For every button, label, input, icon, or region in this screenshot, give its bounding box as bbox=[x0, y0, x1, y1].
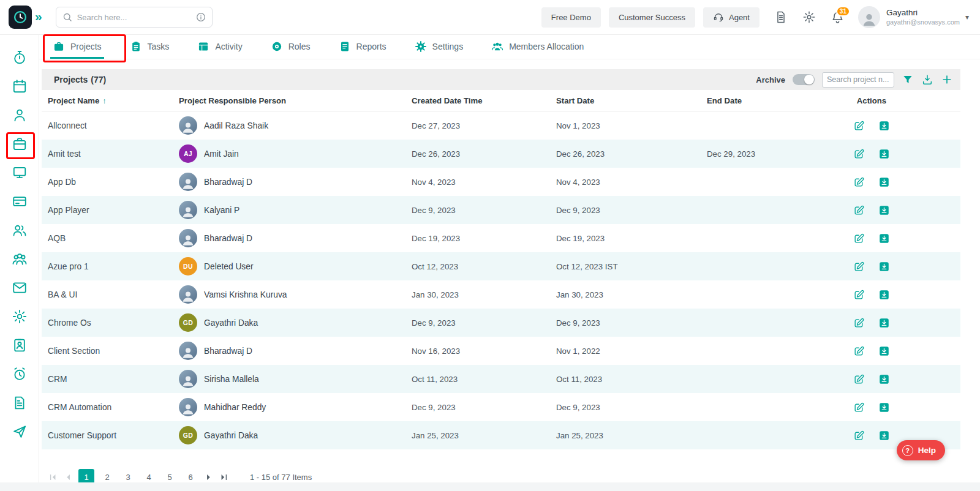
sidebar-item-timer-icon[interactable] bbox=[12, 50, 28, 66]
row-actions bbox=[783, 233, 960, 244]
edit-project-button[interactable] bbox=[853, 289, 865, 301]
archive-project-button[interactable] bbox=[878, 120, 890, 132]
help-button[interactable]: ? Help bbox=[897, 440, 945, 460]
user-menu[interactable]: Gayathri gayathri@snovasys.com bbox=[886, 8, 960, 27]
archive-project-button[interactable] bbox=[878, 289, 890, 301]
prev-page-button[interactable] bbox=[63, 472, 74, 482]
project-name[interactable]: CRM Automation bbox=[42, 403, 173, 412]
sidebar-item-calendar-icon[interactable] bbox=[12, 78, 28, 94]
last-page-button[interactable] bbox=[219, 472, 229, 482]
agent-button[interactable]: Agent bbox=[703, 7, 760, 28]
start-date: Jan 30, 2023 bbox=[550, 290, 701, 299]
sidebar-item-id-badge-icon[interactable] bbox=[12, 337, 28, 353]
archive-toggle[interactable] bbox=[793, 74, 815, 85]
column-header-actions[interactable]: Actions bbox=[783, 96, 960, 105]
edit-project-button[interactable] bbox=[853, 402, 865, 413]
edit-project-button[interactable] bbox=[853, 204, 865, 216]
sidebar-item-credit-card-icon[interactable] bbox=[12, 193, 28, 209]
project-name[interactable]: Client Section bbox=[42, 347, 173, 356]
tab-settings[interactable]: Settings bbox=[412, 35, 466, 59]
sidebar-expand-icon[interactable]: » bbox=[35, 9, 42, 24]
archive-project-button[interactable] bbox=[878, 204, 890, 216]
project-name[interactable]: Allconnect bbox=[42, 121, 173, 130]
notification-badge: 31 bbox=[836, 6, 850, 17]
sidebar-item-send-icon[interactable] bbox=[12, 424, 28, 440]
add-project-button[interactable] bbox=[941, 73, 953, 86]
download-button[interactable] bbox=[921, 73, 933, 86]
grid-list-icon bbox=[197, 40, 209, 53]
filter-button[interactable] bbox=[902, 73, 914, 86]
row-actions bbox=[783, 289, 960, 301]
archive-project-button[interactable] bbox=[878, 430, 890, 441]
sidebar-item-invoice-icon[interactable] bbox=[12, 395, 28, 411]
project-responsible-person: Sirisha Mallela bbox=[173, 370, 405, 388]
archive-project-button[interactable] bbox=[878, 317, 890, 329]
sidebar-item-users-icon[interactable] bbox=[12, 222, 28, 238]
tab-activity[interactable]: Activity bbox=[195, 35, 244, 59]
tab-projects[interactable]: Projects bbox=[50, 35, 104, 59]
column-header-end-date[interactable]: End Date bbox=[701, 96, 783, 105]
tab-roles[interactable]: Roles bbox=[268, 35, 313, 59]
archive-project-button[interactable] bbox=[878, 373, 890, 385]
tab-tasks[interactable]: Tasks bbox=[127, 35, 172, 59]
tab-reports[interactable]: Reports bbox=[336, 35, 389, 59]
sidebar-item-alarm-icon[interactable] bbox=[12, 366, 28, 382]
row-actions bbox=[783, 204, 960, 216]
column-header-created-date-time[interactable]: Created Date Time bbox=[405, 96, 550, 105]
edit-project-button[interactable] bbox=[853, 373, 865, 385]
archive-project-button[interactable] bbox=[878, 402, 890, 413]
sidebar-item-team-icon[interactable] bbox=[12, 251, 28, 267]
sidebar-item-gear-icon[interactable] bbox=[12, 309, 28, 324]
project-name[interactable]: Chrome Os bbox=[42, 318, 173, 328]
global-search[interactable] bbox=[56, 7, 213, 28]
documents-button[interactable] bbox=[774, 10, 788, 24]
sidebar-item-monitor-icon[interactable] bbox=[12, 165, 28, 181]
info-icon[interactable] bbox=[195, 12, 206, 23]
tab-members-allocation[interactable]: Members Allocation bbox=[489, 35, 586, 59]
settings-button[interactable] bbox=[802, 10, 816, 24]
edit-project-button[interactable] bbox=[853, 120, 865, 132]
sidebar-item-briefcase-icon[interactable] bbox=[12, 136, 28, 152]
project-name[interactable]: Amit test bbox=[42, 149, 173, 159]
first-page-button[interactable] bbox=[48, 472, 58, 482]
next-page-button[interactable] bbox=[203, 472, 214, 482]
column-header-project-responsible-person[interactable]: Project Responsible Person bbox=[173, 96, 405, 105]
tab-label: Tasks bbox=[148, 42, 170, 51]
archive-project-button[interactable] bbox=[878, 176, 890, 188]
project-name[interactable]: BA & UI bbox=[42, 290, 173, 299]
app-logo[interactable] bbox=[9, 6, 32, 29]
global-search-input[interactable] bbox=[73, 13, 195, 22]
chevron-down-icon[interactable]: ▾ bbox=[965, 13, 969, 21]
edit-project-button[interactable] bbox=[853, 148, 865, 160]
project-name[interactable]: App Player bbox=[42, 206, 173, 215]
edit-project-button[interactable] bbox=[853, 261, 865, 272]
project-name[interactable]: CRM bbox=[42, 375, 173, 384]
column-header-project-name[interactable]: Project Name↑ bbox=[42, 96, 173, 105]
edit-project-button[interactable] bbox=[853, 430, 865, 441]
project-name[interactable]: App Db bbox=[42, 178, 173, 187]
project-name[interactable]: AQB bbox=[42, 234, 173, 243]
archive-project-button[interactable] bbox=[878, 148, 890, 160]
edit-project-button[interactable] bbox=[853, 317, 865, 329]
archive-project-button[interactable] bbox=[878, 345, 890, 357]
archive-project-button[interactable] bbox=[878, 261, 890, 272]
column-header-start-date[interactable]: Start Date bbox=[550, 96, 701, 105]
edit-project-button[interactable] bbox=[853, 345, 865, 357]
notifications-button[interactable]: 31 bbox=[831, 10, 845, 24]
sidebar-item-mail-icon[interactable] bbox=[12, 280, 28, 296]
created-date: Nov 16, 2023 bbox=[405, 347, 550, 356]
archive-project-button[interactable] bbox=[878, 233, 890, 244]
project-name[interactable]: Azue pro 1 bbox=[42, 262, 173, 271]
created-date: Oct 11, 2023 bbox=[405, 375, 550, 384]
sidebar-item-user-icon[interactable] bbox=[12, 107, 28, 123]
project-search-input[interactable] bbox=[822, 72, 894, 88]
project-name[interactable]: Customer Support bbox=[42, 431, 173, 440]
file-icon bbox=[774, 10, 788, 24]
project-responsible-person: GDGayathri Daka bbox=[173, 426, 405, 444]
customer-success-button[interactable]: Customer Success bbox=[609, 7, 695, 28]
user-avatar[interactable] bbox=[858, 6, 880, 28]
edit-project-button[interactable] bbox=[853, 176, 865, 188]
row-actions bbox=[783, 261, 960, 272]
edit-project-button[interactable] bbox=[853, 233, 865, 244]
free-demo-button[interactable]: Free Demo bbox=[541, 7, 601, 28]
